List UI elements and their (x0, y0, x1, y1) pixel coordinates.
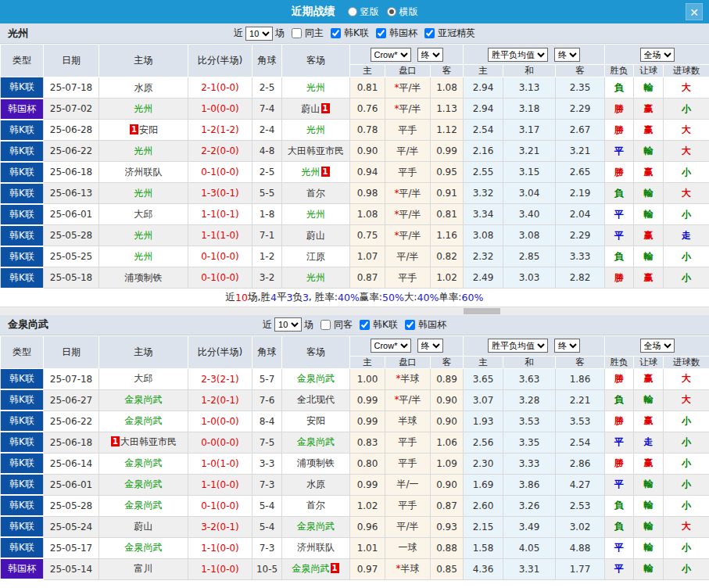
col-header-euro-home: 主 (464, 65, 503, 77)
league-checkbox-kleague[interactable] (331, 28, 341, 38)
final-odds-select[interactable]: 终 (417, 339, 443, 353)
asian-away-odds-cell: 1.09 (431, 453, 464, 474)
filter-band: 金泉尚武 近 10 场 同客 韩K联 韩国杯 (0, 315, 709, 335)
vertical-layout-radio[interactable] (348, 7, 357, 16)
asian-away-odds-cell: 1.16 (431, 225, 464, 246)
team-label: 济州联队 (297, 542, 335, 553)
col-header-corner: 角球 (252, 45, 282, 77)
match-row: 韩国杯25-05-14富川1-1(0-0)10-5金泉尚武10.97*半球0.8… (1, 558, 709, 579)
result-cell: 平 (605, 474, 634, 495)
euro-away-odds-cell: 1.86 (556, 368, 605, 389)
col-header-date: 日期 (44, 45, 99, 77)
league-checkbox-cup[interactable] (405, 320, 415, 330)
horizontal-layout-radio[interactable] (387, 7, 396, 16)
odds-mean-select[interactable]: 胜平负均值 (488, 48, 548, 62)
corner-cell: 3-3 (252, 453, 282, 474)
result-cell: 平 (605, 225, 634, 246)
score-cell: 2-1(0-0) (188, 77, 252, 99)
team-label: 金泉尚武 (297, 436, 335, 447)
date-cell: 25-05-24 (44, 516, 99, 537)
score-cell: 1-0(0-0) (188, 411, 252, 432)
red-card-badge: 1 (321, 103, 330, 113)
euro-home-odds-cell: 1.69 (464, 474, 503, 495)
asian-home-odds-cell: 1.02 (350, 495, 385, 516)
result-cell: 平 (605, 141, 634, 162)
handicap-cell: 平手 (385, 120, 431, 141)
goals-result-cell: 大 (664, 368, 709, 389)
col-header-euro-draw: 和 (503, 356, 556, 368)
close-icon[interactable]: ✕ (686, 3, 703, 20)
changed-handicap-star: * (394, 209, 399, 220)
handicap-cell: *平/半 (385, 99, 431, 120)
asian-home-odds-cell: 0.87 (350, 267, 385, 289)
score-cell: 1-2(0-1) (188, 389, 252, 411)
euro-home-odds-cell: 2.30 (464, 453, 503, 474)
match-row: 韩K联25-05-28金泉尚武0-1(0-0)5-4首尔1.02平手0.872.… (1, 495, 709, 516)
euro-away-odds-cell: 4.88 (556, 537, 605, 558)
date-cell: 25-05-25 (44, 246, 99, 267)
handicap-cell: 一球 (385, 537, 431, 558)
handicap-result-cell: 赢 (634, 368, 664, 389)
scrollbar-thumb[interactable] (464, 308, 500, 314)
col-header-handicap-result: 让球 (634, 65, 664, 77)
col-header-handicap-result: 让球 (634, 356, 664, 368)
asian-home-odds-cell: 1.08 (350, 204, 385, 225)
summary-part: 3 (303, 292, 309, 303)
euro-home-odds-cell: 2.94 (464, 99, 503, 120)
date-cell: 25-06-22 (44, 411, 99, 432)
home-team-cell: 光州 (99, 99, 188, 120)
handicap-result-cell: 輸 (634, 495, 664, 516)
col-header-type: 类型 (1, 335, 44, 368)
matches-label: 场 (275, 27, 285, 40)
final-odds-select2[interactable]: 终 (554, 48, 580, 62)
league-checkbox-acl[interactable] (424, 28, 435, 38)
euro-home-odds-cell: 2.15 (464, 516, 503, 537)
scope-select[interactable]: 全场 (640, 339, 675, 353)
final-odds-select2[interactable]: 终 (554, 339, 580, 353)
odds-mean-select[interactable]: 胜平负均值 (488, 339, 548, 353)
bookmaker-select[interactable]: Crow* (371, 339, 411, 353)
match-row: 韩K联25-05-25光州0-1(0-0)1-2江原1.07平/半0.822.3… (1, 246, 709, 267)
col-header-score: 比分(半场) (188, 45, 252, 77)
corner-cell: 7-6 (252, 389, 282, 411)
team-label: 蔚山 (134, 521, 153, 532)
handicap-result-cell: 輸 (634, 389, 664, 411)
asian-home-odds-cell: 1.01 (350, 537, 385, 558)
league-checkbox-cup[interactable] (376, 28, 386, 38)
goals-result-cell: 小 (664, 495, 709, 516)
match-row: 韩K联25-05-24蔚山3-2(0-1)5-4金泉尚武0.96平/半0.932… (1, 516, 709, 537)
col-header-handicap: 盘口 (385, 356, 431, 368)
team-label: 金泉尚武 (125, 394, 163, 405)
team-label: 光州 (306, 209, 325, 220)
competition-type-cell: 韩K联 (1, 225, 44, 246)
corner-cell: 8-4 (252, 411, 282, 432)
changed-handicap-star: * (394, 103, 399, 114)
date-cell: 25-06-13 (44, 183, 99, 204)
match-row: 韩K联25-06-01大邱1-1(0-1)1-8光州1.08*平/半0.813.… (1, 204, 709, 225)
bookmaker-select[interactable]: Crow* (371, 48, 411, 62)
recent-count-select[interactable]: 10 (274, 317, 302, 332)
asian-away-odds-cell: 0.99 (431, 141, 464, 162)
score-cell: 0-1(0-0) (188, 246, 252, 267)
away-team-cell: 大田韩亚市民 (282, 141, 350, 162)
summary-part: 单率: (439, 291, 461, 304)
team-label: 大邱 (134, 209, 153, 220)
same-venue-label: 同主 (305, 27, 324, 40)
handicap-result-cell: 赢 (634, 267, 664, 289)
home-team-cell: 大邱 (99, 368, 188, 389)
result-cell: 平 (605, 537, 634, 558)
scope-select[interactable]: 全场 (640, 48, 675, 62)
competition-type-cell: 韩K联 (1, 368, 44, 389)
same-venue-checkbox[interactable] (320, 320, 331, 330)
col-header-type: 类型 (1, 45, 44, 77)
match-row: 韩K联25-05-18浦项制铁0-1(0-0)3-2光州0.87平手1.022.… (1, 267, 709, 289)
asian-away-odds-cell: 0.90 (431, 474, 464, 495)
team-label: 浦项制铁 (297, 457, 335, 468)
final-odds-select[interactable]: 终 (417, 48, 443, 62)
same-venue-checkbox[interactable] (292, 28, 302, 38)
away-team-cell: 全北现代 (282, 389, 350, 411)
handicap-result-cell: 赢 (634, 411, 664, 432)
league-checkbox-kleague[interactable] (360, 320, 370, 330)
recent-count-select[interactable]: 10 (245, 27, 273, 41)
euro-home-odds-cell: 3.65 (464, 368, 503, 389)
